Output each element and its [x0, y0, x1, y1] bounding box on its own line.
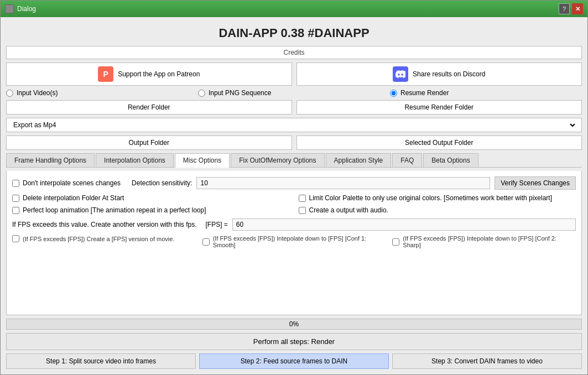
right-col: Limit Color Palette to only use original…: [299, 194, 576, 214]
radio-png-input[interactable]: [198, 90, 205, 97]
tab-spacer: [12, 253, 576, 309]
steps-row: Step 1: Split source video into frames S…: [6, 353, 582, 369]
detection-input[interactable]: [196, 177, 490, 189]
dont-interpolate-label: Don't interpolate scenes changes: [23, 179, 121, 187]
resume-render-folder-button[interactable]: Resume Render Folder: [296, 100, 582, 114]
two-col-checkboxes: Delete interpolation Folder At Start Per…: [12, 194, 576, 214]
titlebar-left: Dialog: [5, 4, 36, 13]
radio-input-videos: Input Video(s): [6, 89, 198, 97]
titlebar-controls: ? ✕: [559, 3, 583, 14]
tab-beta-options-label: Beta Options: [431, 157, 470, 164]
verify-scenes-button[interactable]: Verify Scenes Changes: [495, 176, 576, 190]
titlebar-title: Dialog: [17, 5, 36, 13]
limit-color-checkbox[interactable]: [299, 195, 306, 202]
output-folder-row: Output Folder Selected Output Folder: [6, 136, 582, 150]
step3-button[interactable]: Step 3: Convert DAIN frames to video: [392, 353, 582, 369]
radio-resume-render: Resume Render: [390, 89, 582, 97]
step1-button[interactable]: Step 1: Split source video into frames: [6, 353, 196, 369]
delete-folder-checkbox[interactable]: [12, 195, 19, 202]
discord-label: Share results on Discord: [413, 70, 485, 78]
fps-check2-label: (If FPS exceeds [FPS]) Intepolate down t…: [213, 235, 386, 248]
progress-section: 0%: [6, 319, 582, 330]
create-audio-label: Create a output with audio.: [309, 206, 388, 214]
tab-application-style-label: Application Style: [334, 157, 383, 164]
tab-content-misc: Don't interpolate scenes changes Detecti…: [6, 171, 582, 315]
fps-check3-label: (If FPS exceeds [FPS]) Intepolate down t…: [403, 235, 576, 248]
fps-input[interactable]: [232, 218, 576, 231]
fps-check3-row: (If FPS exceeds [FPS]) Intepolate down t…: [392, 235, 576, 248]
tab-misc-options[interactable]: Misc Options: [175, 153, 230, 168]
limit-color-label: Limit Color Palette to only use original…: [309, 194, 553, 202]
create-audio-row: Create a output with audio.: [299, 206, 576, 214]
app-icon: [5, 4, 14, 13]
radio-input-png: Input PNG Sequence: [198, 89, 390, 97]
close-button[interactable]: ✕: [572, 3, 583, 14]
tab-fix-oom-label: Fix OutOfMemory Options: [239, 157, 316, 164]
progress-bar-container: 0%: [6, 319, 582, 330]
radio-videos-input[interactable]: [6, 90, 13, 97]
detection-label: Detection sensitivity:: [132, 179, 192, 187]
progress-label: 0%: [7, 319, 581, 329]
radio-row: Input Video(s) Input PNG Sequence Resume…: [6, 89, 582, 97]
tab-fix-oom[interactable]: Fix OutOfMemory Options: [231, 153, 324, 167]
fps-check1-checkbox[interactable]: [12, 235, 19, 242]
radio-png-label: Input PNG Sequence: [209, 89, 271, 97]
tab-faq[interactable]: FAQ: [392, 153, 422, 167]
output-folder-button[interactable]: Output Folder: [6, 136, 292, 150]
perfect-loop-row: Perfect loop animation [The animation re…: [12, 206, 290, 214]
perform-all-button[interactable]: Perform all steps: Render: [6, 333, 582, 350]
radio-resume-label: Resume Render: [400, 89, 449, 97]
export-select[interactable]: Export as Mp4 Export as GIF Export as PN…: [11, 121, 577, 129]
titlebar: Dialog ? ✕: [1, 1, 587, 17]
dont-interpolate-checkbox[interactable]: [12, 180, 19, 187]
tab-faq-label: FAQ: [400, 157, 414, 164]
content-area: DAIN-APP 0.38 #DAINAPP Credits P Support…: [1, 17, 587, 374]
fps-tag: [FPS] =: [206, 221, 228, 228]
patreon-icon: P: [98, 66, 113, 82]
fps-check2-checkbox[interactable]: [202, 238, 210, 246]
detect-row: Don't interpolate scenes changes Detecti…: [12, 176, 576, 190]
left-col: Delete interpolation Folder At Start Per…: [12, 194, 290, 214]
create-audio-checkbox[interactable]: [299, 207, 306, 214]
fps-checkboxes-row: (If FPS exceeds [FPS]) Create a [FPS] ve…: [12, 235, 576, 248]
radio-resume-input[interactable]: [390, 90, 397, 97]
delete-folder-row: Delete interpolation Folder At Start: [12, 194, 290, 202]
limit-color-row: Limit Color Palette to only use original…: [299, 194, 576, 202]
fps-check1-label: (If FPS exceeds [FPS]) Create a [FPS] ve…: [23, 236, 174, 242]
discord-button[interactable]: Share results on Discord: [296, 62, 582, 86]
fps-label: If FPS exceeds this value. Create anothe…: [12, 221, 197, 228]
tab-interpolation-options[interactable]: Interpolation Options: [96, 153, 174, 167]
patreon-label: Support the App on Patreon: [118, 70, 200, 78]
credits-bar: Credits: [6, 46, 582, 59]
folder-row: Render Folder Resume Render Folder: [6, 100, 582, 114]
tab-misc-options-label: Misc Options: [183, 157, 221, 164]
tab-beta-options[interactable]: Beta Options: [423, 153, 478, 167]
tab-frame-handling[interactable]: Frame Handling Options: [6, 153, 95, 167]
export-row[interactable]: Export as Mp4 Export as GIF Export as PN…: [6, 118, 582, 132]
step2-button[interactable]: Step 2: Feed source frames to DAIN: [199, 353, 389, 369]
fps-check1-row: (If FPS exceeds [FPS]) Create a [FPS] ve…: [12, 235, 196, 242]
patreon-discord-row: P Support the App on Patreon Share resul…: [6, 62, 582, 86]
tab-application-style[interactable]: Application Style: [326, 153, 392, 167]
fps-check3-checkbox[interactable]: [392, 238, 399, 246]
perfect-loop-label: Perfect loop animation [The animation re…: [23, 206, 206, 214]
main-window: Dialog ? ✕ DAIN-APP 0.38 #DAINAPP Credit…: [0, 0, 588, 375]
fps-row: If FPS exceeds this value. Create anothe…: [12, 218, 576, 231]
tabs-row: Frame Handling Options Interpolation Opt…: [6, 153, 582, 168]
patreon-button[interactable]: P Support the App on Patreon: [6, 62, 292, 86]
dont-interpolate-checkbox-row: Don't interpolate scenes changes: [12, 179, 121, 187]
tab-frame-handling-label: Frame Handling Options: [14, 157, 86, 164]
app-title: DAIN-APP 0.38 #DAINAPP: [6, 23, 582, 43]
selected-output-folder-button[interactable]: Selected Output Folder: [296, 136, 582, 150]
perfect-loop-checkbox[interactable]: [12, 207, 19, 214]
help-button[interactable]: ?: [559, 3, 570, 14]
delete-folder-label: Delete interpolation Folder At Start: [23, 194, 124, 202]
radio-videos-label: Input Video(s): [17, 89, 58, 97]
discord-icon: [393, 66, 408, 82]
fps-check2-row: (If FPS exceeds [FPS]) Intepolate down t…: [202, 235, 386, 248]
render-folder-button[interactable]: Render Folder: [6, 100, 292, 114]
tab-interpolation-options-label: Interpolation Options: [104, 157, 165, 164]
